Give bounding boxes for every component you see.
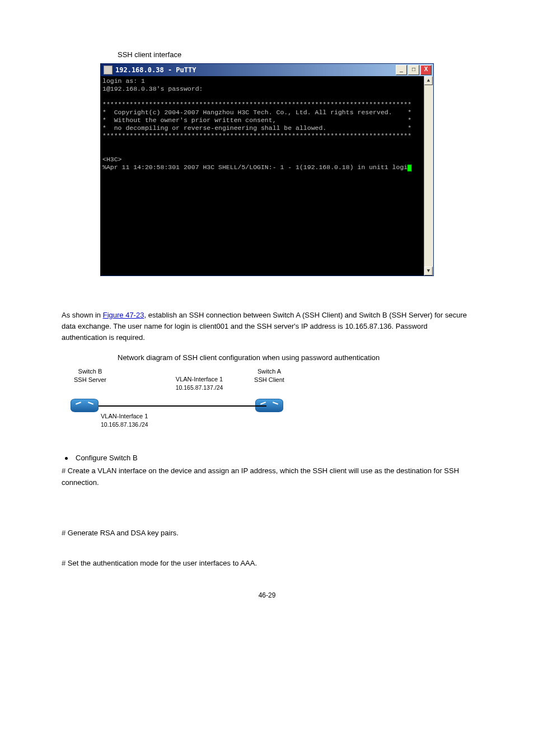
link-line [99,405,266,407]
label-text: SSH Client [254,376,284,383]
switch-b-label: Switch B SSH Server [65,367,115,384]
window-titlebar: 192.168.0.38 - PuTTY _ □ X [101,64,433,76]
label-text: 10.165.87.137./24 [176,384,223,391]
terminal-output[interactable]: login as: 1 1@192.168.0.38's password: *… [101,76,433,276]
term-line: * no decompiling or reverse-engineering … [102,124,411,132]
term-line: * Copyright(c) 2004-2007 Hangzhou H3C Te… [102,109,411,116]
vlan-right-label: VLAN-Interface 1 10.165.87.137./24 [166,375,233,391]
putty-window: 192.168.0.38 - PuTTY _ □ X login as: 1 1… [100,63,434,276]
label-text: SSH Server [74,376,106,383]
window-title: 192.168.0.38 - PuTTY [115,66,396,74]
text: As shown in [62,311,103,319]
figure-caption: SSH client interface [118,50,472,59]
term-line: * Without the owner's prior written cons… [102,116,411,124]
label-text: Switch A [257,368,281,375]
step-set-auth: # Set the authentication mode for the us… [62,558,472,569]
label-text: VLAN-Interface 1 [101,413,148,419]
term-line: 1@192.168.0.38's password: [102,85,203,92]
vlan-left-label: VLAN-Interface 1 10.165.87.136./24 [101,412,168,428]
term-line: <H3C> [102,156,122,163]
step-create-vlan: # Create a VLAN interface on the device … [62,465,472,488]
term-line: ****************************************… [102,101,411,108]
diagram-caption: Network diagram of SSH client configurat… [118,353,472,362]
maximize-button[interactable]: □ [408,65,419,75]
putty-icon [104,66,113,74]
terminal-cursor [407,165,411,171]
close-button[interactable]: X [420,65,432,75]
switch-a-label: Switch A SSH Client [244,367,294,384]
switch-b-icon [71,399,99,412]
scroll-down-button[interactable]: ▼ [424,267,433,276]
label-text: VLAN-Interface 1 [176,376,223,382]
bullet-dot-icon [65,457,68,460]
network-requirements-paragraph: As shown in Figure 47-23, establish an S… [62,310,472,343]
network-diagram: Switch B SSH Server Switch A SSH Client … [65,367,289,440]
step-gen-keys: # Generate RSA and DSA key pairs. [62,528,472,539]
scroll-up-button[interactable]: ▲ [424,76,433,85]
page-number: 46-29 [62,591,472,599]
label-text: 10.165.87.136./24 [101,421,148,428]
label-text: Switch B [78,368,102,375]
minimize-button[interactable]: _ [396,65,407,75]
bullet-item: Configure Switch B [62,454,472,462]
term-line: login as: 1 [102,77,145,85]
term-line: %Apr 11 14:20:58:301 2007 H3C SHELL/5/LO… [102,164,407,171]
figure-reference-link[interactable]: Figure 47-23 [103,311,144,319]
term-line: ****************************************… [102,132,411,139]
bullet-text: Configure Switch B [76,454,138,462]
scrollbar[interactable]: ▲ ▼ [424,76,433,276]
